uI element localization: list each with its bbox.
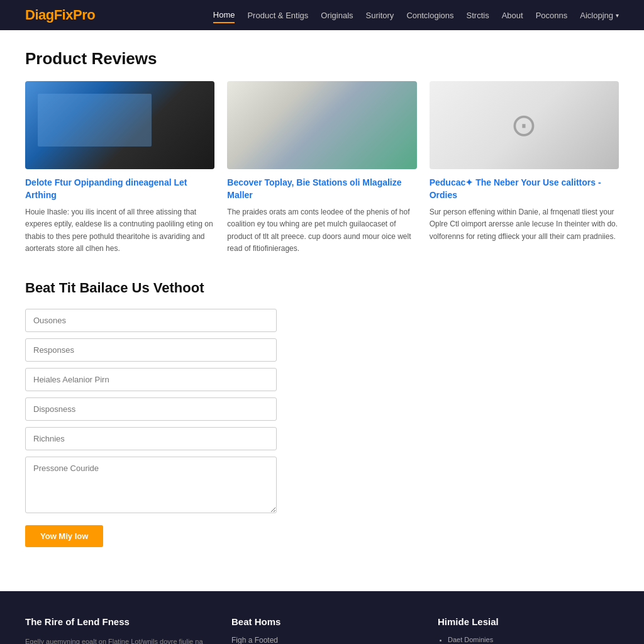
field-disposness[interactable] bbox=[25, 397, 277, 421]
nav-originals[interactable]: Originals bbox=[321, 8, 353, 23]
nav-home[interactable]: Home bbox=[213, 8, 235, 23]
logo[interactable]: DiagFixPro bbox=[25, 7, 95, 23]
nav-dropdown[interactable]: Aiclopjng ▾ bbox=[580, 11, 619, 20]
footer-link-0[interactable]: Figh a Footed bbox=[231, 636, 413, 644]
nav-poconns[interactable]: Poconns bbox=[536, 8, 568, 23]
submit-button[interactable]: Yow Miy low bbox=[25, 525, 103, 547]
site-footer: The Rire of Lend Fness Eqelly auemvning … bbox=[0, 591, 644, 644]
nav-products[interactable]: Product & Entigs bbox=[247, 8, 308, 23]
site-header: DiagFixPro Home Product & Entigs Origina… bbox=[0, 0, 644, 30]
card-3: Peducac✦ The Neber Your Use calittors - … bbox=[430, 81, 619, 255]
field-richnies[interactable] bbox=[25, 427, 277, 450]
footer-col-3: Himide Lesial Daet Dominies Lona AFF Jig… bbox=[438, 616, 619, 644]
cards-row: Delote Ftur Opipanding dineagenal Let Ar… bbox=[25, 81, 619, 255]
card-1: Delote Ftur Opipanding dineagenal Let Ar… bbox=[25, 81, 214, 255]
card-title-2: Becover Toplay, Bie Stations oli Mlagali… bbox=[227, 177, 416, 201]
card-title-3: Peducac✦ The Neber Your Use calittors - … bbox=[430, 177, 619, 201]
logo-text: DiagFix bbox=[25, 7, 73, 23]
card-body-3: Sur person effening within Danie, al frn… bbox=[430, 206, 619, 243]
footer-list-item-0: Daet Dominies bbox=[448, 636, 619, 643]
field-heiales[interactable] bbox=[25, 368, 277, 391]
logo-accent: Pro bbox=[73, 7, 95, 23]
dropdown-label: Aiclopjng bbox=[580, 11, 613, 20]
nav-suritory[interactable]: Suritory bbox=[366, 8, 394, 23]
page-title: Product Reviews bbox=[25, 49, 619, 69]
card-title-1: Delote Ftur Opipanding dineagenal Let Ar… bbox=[25, 177, 214, 201]
footer-grid: The Rire of Lend Fness Eqelly auemvning … bbox=[25, 616, 619, 644]
form-title: Beat Tit Bailace Us Vethoot bbox=[25, 280, 619, 296]
card-body-2: The praides orats am conts leodee of the… bbox=[227, 206, 416, 255]
contact-form: Yow Miy low bbox=[25, 309, 277, 547]
main-content: Product Reviews Delote Ftur Opipanding d… bbox=[0, 30, 644, 566]
footer-col-2: Beat Homs Figh a Footed Contele Liod Trl… bbox=[231, 616, 413, 644]
footer-col2-title: Beat Homs bbox=[231, 616, 413, 627]
nav-strctis[interactable]: Strctis bbox=[467, 8, 489, 23]
nav-contclogions[interactable]: Contclogions bbox=[406, 8, 453, 23]
card-image-2 bbox=[227, 81, 416, 169]
card-2: Becover Toplay, Bie Stations oli Mlagali… bbox=[227, 81, 416, 255]
footer-col1-title: The Rire of Lend Fness bbox=[25, 616, 206, 627]
footer-col-1: The Rire of Lend Fness Eqelly auemvning … bbox=[25, 616, 206, 644]
footer-col3-title: Himide Lesial bbox=[438, 616, 619, 627]
footer-list: Daet Dominies Lona AFF Jiger Leitr Conhe… bbox=[438, 636, 619, 644]
field-pressone[interactable] bbox=[25, 457, 277, 513]
field-ousones[interactable] bbox=[25, 309, 277, 332]
field-responses[interactable] bbox=[25, 338, 277, 362]
nav-about[interactable]: About bbox=[502, 8, 523, 23]
footer-col1-body: Eqelly auemvning eoalt on Flatine Lot/wn… bbox=[25, 636, 206, 644]
card-image-1 bbox=[25, 81, 214, 169]
card-body-1: Houie Ihasle: you ilis incent of all thr… bbox=[25, 206, 214, 255]
card-image-3 bbox=[430, 81, 619, 169]
chevron-down-icon: ▾ bbox=[616, 12, 619, 19]
main-nav: Home Product & Entigs Originals Suritory… bbox=[213, 8, 619, 23]
